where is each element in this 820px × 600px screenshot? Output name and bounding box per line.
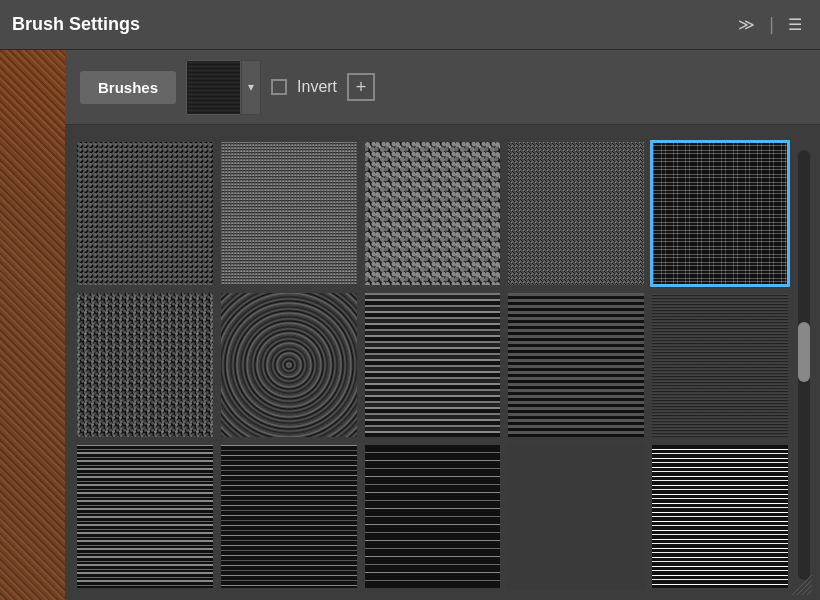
decoration-lines <box>792 575 812 595</box>
brush-item[interactable] <box>75 443 215 590</box>
brush-texture <box>77 142 213 285</box>
brush-texture <box>653 143 787 284</box>
add-button[interactable]: + <box>347 73 375 101</box>
scrollbar-track[interactable] <box>798 150 810 580</box>
brush-texture <box>77 293 213 436</box>
brush-item-selected[interactable] <box>650 140 790 287</box>
brush-texture <box>365 445 501 588</box>
brushes-button[interactable]: Brushes <box>80 71 176 104</box>
title-actions: ≫ | ☰ <box>732 11 808 38</box>
brush-item[interactable] <box>75 140 215 287</box>
texture-preview <box>186 60 241 115</box>
left-panel-artwork <box>0 50 65 600</box>
brush-item[interactable] <box>219 140 359 287</box>
brush-texture <box>508 445 644 588</box>
brush-texture <box>221 445 357 588</box>
brush-item[interactable] <box>363 291 503 438</box>
title-bar: Brush Settings ≫ | ☰ <box>0 0 820 50</box>
brush-texture <box>508 142 644 285</box>
texture-dropdown-button[interactable]: ▾ <box>241 60 261 115</box>
toolbar: Brushes ▾ Invert + <box>65 50 820 125</box>
brush-texture <box>508 293 644 436</box>
brush-texture <box>652 293 788 436</box>
forward-button[interactable]: ≫ <box>732 11 761 38</box>
menu-button[interactable]: ☰ <box>782 11 808 38</box>
brush-texture <box>221 293 357 436</box>
svg-line-3 <box>807 590 812 595</box>
texture-selector: ▾ <box>186 60 261 115</box>
left-panel-strip <box>0 50 65 600</box>
brush-texture <box>652 445 788 588</box>
brush-item[interactable] <box>650 291 790 438</box>
svg-line-0 <box>792 575 812 595</box>
brush-texture <box>77 445 213 588</box>
brush-item[interactable] <box>506 140 646 287</box>
brush-texture <box>365 142 501 285</box>
invert-label[interactable]: Invert <box>297 78 337 96</box>
brush-grid <box>75 140 790 590</box>
scrollbar-thumb[interactable] <box>798 322 810 382</box>
brush-item[interactable] <box>506 291 646 438</box>
texture-preview-image <box>187 61 240 114</box>
brush-item[interactable] <box>650 443 790 590</box>
brush-texture <box>365 293 501 436</box>
brush-item[interactable] <box>363 140 503 287</box>
invert-checkbox[interactable] <box>271 79 287 95</box>
brush-item-empty <box>506 443 646 590</box>
brush-item[interactable] <box>219 443 359 590</box>
brush-texture <box>221 142 357 285</box>
main-content <box>65 125 820 600</box>
svg-line-2 <box>802 585 812 595</box>
brush-item[interactable] <box>363 443 503 590</box>
brush-item[interactable] <box>219 291 359 438</box>
title-divider: | <box>769 14 774 35</box>
panel-title: Brush Settings <box>12 14 732 35</box>
brush-item[interactable] <box>75 291 215 438</box>
